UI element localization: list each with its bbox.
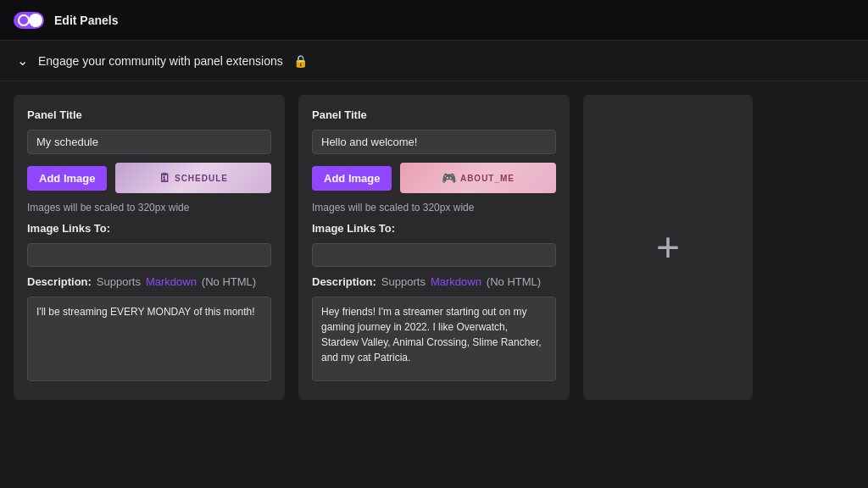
panel2-desc-supports: Supports (381, 275, 426, 288)
panel2-description-row: Description: Supports Markdown (No HTML) (312, 275, 556, 288)
panel1-preview-emoji: 🗓 (159, 171, 171, 185)
panel1-description-row: Description: Supports Markdown (No HTML) (27, 275, 271, 288)
panel-card-2: Panel Title Add Image 🎮 ABOUT_ME Images … (298, 95, 570, 400)
extensions-bar: ⌄ Engage your community with panel exten… (0, 41, 868, 81)
panel2-title-input[interactable] (312, 130, 556, 154)
panel2-desc-label: Description: (312, 275, 376, 288)
panel1-desc-label: Description: (27, 275, 92, 288)
panel2-add-image-button[interactable]: Add Image (312, 166, 392, 191)
panel1-image-links-label: Image Links To: (27, 222, 271, 235)
panel2-image-link-input[interactable] (312, 243, 556, 267)
panel2-desc-no-html: (No HTML) (487, 275, 541, 288)
panel2-description-textarea[interactable]: Hey friends! I'm a streamer starting out… (312, 297, 556, 381)
extensions-text: Engage your community with panel extensi… (38, 54, 283, 68)
panel1-image-row: Add Image 🗓 SCHEDULE (27, 163, 271, 193)
panels-area: Panel Title Add Image 🗓 SCHEDULE Images … (0, 81, 868, 486)
panel-card-1: Panel Title Add Image 🗓 SCHEDULE Images … (14, 95, 285, 400)
panel2-preview-text: ABOUT_ME (460, 174, 515, 183)
panel2-image-row: Add Image 🎮 ABOUT_ME (312, 163, 556, 193)
panel1-image-link-input[interactable] (27, 243, 271, 267)
panel2-desc-markdown-link[interactable]: Markdown (431, 275, 481, 288)
panel2-title-label: Panel Title (312, 108, 556, 121)
lock-icon: 🔒 (293, 54, 308, 68)
plus-icon: + (656, 227, 680, 268)
chevron-icon[interactable]: ⌄ (17, 53, 28, 69)
panel1-preview-text: SCHEDULE (175, 174, 228, 183)
top-bar: Edit Panels (0, 0, 868, 41)
add-panel-card[interactable]: + (583, 95, 753, 400)
panel1-title-input[interactable] (27, 130, 271, 154)
panel1-image-preview: 🗓 SCHEDULE (115, 163, 271, 193)
panel1-desc-no-html: (No HTML) (202, 275, 256, 288)
panel1-desc-supports: Supports (97, 275, 141, 288)
panel1-title-label: Panel Title (27, 108, 271, 121)
edit-panels-label: Edit Panels (54, 14, 118, 27)
panel2-image-links-label: Image Links To: (312, 222, 556, 235)
panel1-scale-note: Images will be scaled to 320px wide (27, 202, 271, 214)
edit-panels-toggle[interactable] (14, 12, 44, 29)
panel2-preview-emoji: 🎮 (442, 171, 457, 185)
panel2-image-preview: 🎮 ABOUT_ME (400, 163, 556, 193)
panel1-desc-markdown-link[interactable]: Markdown (146, 275, 197, 288)
panel1-description-textarea[interactable]: I'll be streaming EVERY MONDAY of this m… (27, 297, 271, 381)
panel2-scale-note: Images will be scaled to 320px wide (312, 202, 556, 214)
panel1-add-image-button[interactable]: Add Image (27, 166, 107, 191)
